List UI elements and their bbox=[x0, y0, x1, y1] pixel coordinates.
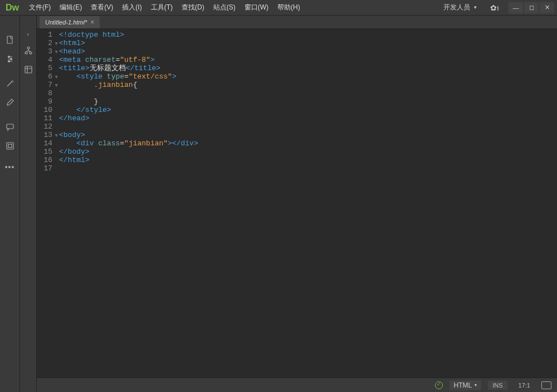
line-number: 15 bbox=[37, 148, 52, 156]
code-line[interactable]: <body> bbox=[59, 131, 557, 139]
wand-icon[interactable] bbox=[2, 76, 18, 91]
title-bar: Dw 文件(F)编辑(E)查看(V)插入(I)工具(T)查找(D)站点(S)窗口… bbox=[0, 0, 557, 16]
code-line[interactable]: </head> bbox=[59, 114, 557, 122]
code-lines[interactable]: <!doctype html><html><head><meta charset… bbox=[59, 29, 557, 378]
code-editor[interactable]: 1▼2▼345▼6▼789101112▼1314151617 <!doctype… bbox=[37, 29, 557, 378]
line-number: 7 bbox=[37, 81, 52, 89]
svg-rect-5 bbox=[7, 143, 13, 149]
line-number: 9 bbox=[37, 97, 52, 106]
document-tab[interactable]: Untitled-1.html* × bbox=[40, 16, 100, 28]
main-area: ••• › Untitled-1.html* × 1▼2▼345▼6▼78910… bbox=[0, 16, 557, 392]
svg-point-1 bbox=[8, 56, 9, 58]
more-icon[interactable]: ••• bbox=[5, 163, 15, 171]
assets-icon[interactable] bbox=[21, 62, 36, 77]
svg-point-3 bbox=[8, 61, 9, 62]
code-line[interactable]: .jianbian{ bbox=[59, 81, 557, 89]
file-icon[interactable] bbox=[2, 32, 18, 48]
fold-marker-icon[interactable]: ▼ bbox=[55, 40, 58, 48]
code-line[interactable]: <style type="text/css"> bbox=[59, 72, 557, 81]
line-number: 3 bbox=[37, 47, 52, 56]
editor-area: Untitled-1.html* × 1▼2▼345▼6▼789101112▼1… bbox=[37, 16, 557, 392]
fold-marker-icon[interactable]: ▼ bbox=[55, 74, 58, 82]
site-tree-icon[interactable] bbox=[21, 43, 36, 58]
code-line[interactable]: <div class="jianbian"></div> bbox=[59, 139, 557, 148]
line-number: 11 bbox=[37, 114, 52, 122]
code-line[interactable]: <!doctype html> bbox=[59, 31, 557, 39]
code-line[interactable] bbox=[59, 89, 557, 97]
workspace-dropdown[interactable]: 开发人员 ▼ bbox=[439, 3, 482, 12]
line-number: 8 bbox=[37, 89, 52, 97]
menu-bar: 文件(F)编辑(E)查看(V)插入(I)工具(T)查找(D)站点(S)窗口(W)… bbox=[25, 3, 439, 12]
line-number: 17 bbox=[37, 164, 52, 173]
line-number: 14 bbox=[37, 139, 52, 148]
menu-item-6[interactable]: 站点(S) bbox=[209, 3, 240, 12]
workspace-label: 开发人员 bbox=[443, 3, 470, 12]
menu-item-2[interactable]: 查看(V) bbox=[86, 3, 118, 12]
comment-icon[interactable] bbox=[2, 119, 18, 135]
svg-rect-4 bbox=[7, 124, 13, 129]
fold-marker-icon[interactable]: ▼ bbox=[55, 82, 58, 90]
left-sidebar: ••• bbox=[0, 16, 20, 392]
code-line[interactable]: </style> bbox=[59, 106, 557, 114]
code-line[interactable]: <meta charset="utf-8"> bbox=[59, 56, 557, 64]
extract-icon[interactable] bbox=[2, 138, 18, 154]
line-number: 10 bbox=[37, 106, 52, 114]
svg-point-7 bbox=[27, 47, 30, 49]
svg-point-2 bbox=[10, 58, 12, 60]
tab-bar: Untitled-1.html* × bbox=[37, 16, 557, 29]
line-number: 13 bbox=[37, 131, 52, 139]
close-button[interactable]: ✕ bbox=[540, 2, 554, 13]
window-controls: — ◻ ✕ bbox=[507, 2, 554, 13]
menu-item-7[interactable]: 窗口(W) bbox=[240, 3, 273, 12]
language-dropdown[interactable]: HTML ▾ bbox=[449, 380, 482, 390]
tab-close-icon[interactable]: × bbox=[90, 18, 94, 26]
maximize-button[interactable]: ◻ bbox=[524, 2, 539, 13]
collapse-icon[interactable]: › bbox=[27, 31, 29, 37]
code-line[interactable] bbox=[59, 122, 557, 131]
code-line[interactable]: <html> bbox=[59, 39, 557, 47]
settings-icon[interactable]: ✿ı bbox=[487, 3, 502, 12]
tab-label: Untitled-1.html* bbox=[45, 19, 87, 26]
pen-icon[interactable] bbox=[2, 95, 18, 110]
menu-item-1[interactable]: 编辑(E) bbox=[55, 3, 86, 12]
code-line[interactable]: </html> bbox=[59, 156, 557, 164]
menu-item-8[interactable]: 帮助(H) bbox=[273, 3, 305, 12]
line-number: 12 bbox=[37, 122, 52, 131]
minimize-button[interactable]: — bbox=[509, 2, 523, 13]
cursor-position: 17:1 bbox=[514, 381, 535, 390]
app-logo: Dw bbox=[3, 3, 25, 13]
code-line[interactable]: <head> bbox=[59, 47, 557, 56]
menu-item-5[interactable]: 查找(D) bbox=[177, 3, 209, 12]
line-number: 6 bbox=[37, 72, 52, 81]
preview-icon[interactable] bbox=[541, 381, 551, 389]
line-number: 5 bbox=[37, 64, 52, 72]
menu-item-4[interactable]: 工具(T) bbox=[146, 3, 177, 12]
right-controls: 开发人员 ▼ ✿ı — ◻ ✕ bbox=[439, 2, 554, 13]
fold-marker-icon[interactable]: ▼ bbox=[55, 48, 58, 57]
manage-icon[interactable] bbox=[2, 51, 18, 67]
svg-point-8 bbox=[25, 52, 27, 54]
svg-rect-0 bbox=[7, 36, 12, 43]
line-number: 4 bbox=[37, 56, 52, 64]
insert-mode[interactable]: INS bbox=[488, 381, 507, 390]
line-number: 16 bbox=[37, 156, 52, 164]
menu-item-3[interactable]: 插入(I) bbox=[118, 3, 146, 12]
code-line[interactable]: </body> bbox=[59, 148, 557, 156]
code-line[interactable]: <title>无标题文档</title> bbox=[59, 64, 557, 72]
status-bar: HTML ▾ INS 17:1 bbox=[37, 378, 557, 392]
chevron-down-icon: ▼ bbox=[473, 5, 477, 10]
svg-point-9 bbox=[30, 52, 32, 54]
gutter: 1▼2▼345▼6▼789101112▼1314151617 bbox=[37, 29, 59, 378]
fold-marker-icon[interactable]: ▼ bbox=[55, 132, 58, 140]
chevron-down-icon: ▾ bbox=[475, 383, 477, 388]
svg-rect-10 bbox=[25, 66, 32, 73]
line-number: 2 bbox=[37, 39, 52, 47]
code-line[interactable] bbox=[59, 164, 557, 173]
status-ok-icon[interactable] bbox=[435, 381, 443, 389]
language-label: HTML bbox=[454, 381, 472, 389]
code-line[interactable]: } bbox=[59, 97, 557, 106]
menu-item-0[interactable]: 文件(F) bbox=[25, 3, 55, 12]
secondary-sidebar: › bbox=[20, 16, 37, 392]
line-number: 1 bbox=[37, 31, 52, 39]
svg-rect-6 bbox=[8, 144, 12, 148]
